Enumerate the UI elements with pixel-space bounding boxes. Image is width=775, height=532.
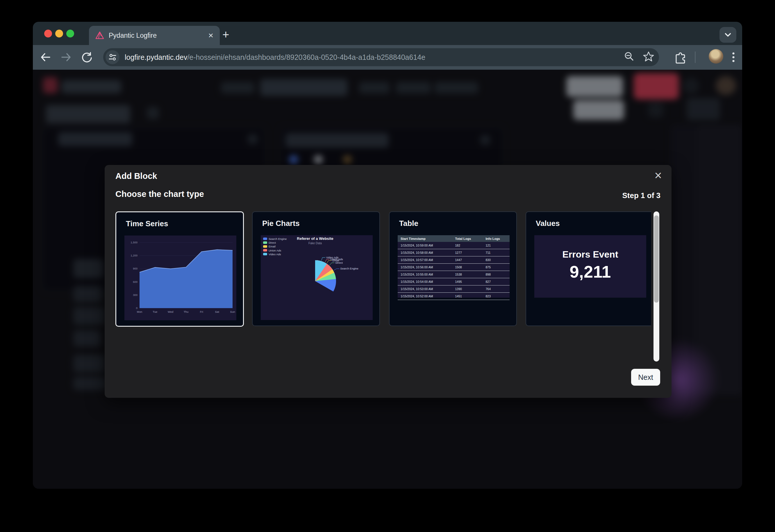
table-cell: 1277	[455, 251, 486, 254]
table-row: 1/15/2024, 10:58:00 AM1277711	[398, 249, 509, 256]
table-row: 1/15/2024, 10:54:00 AM1495827	[398, 278, 509, 285]
table-cell: 1390	[455, 287, 486, 291]
x-tick-label: Wed	[168, 310, 173, 313]
card-table[interactable]: Table Start TimestampTotal LogsInfo Logs…	[389, 211, 517, 326]
x-tick-label: Sun	[230, 310, 235, 313]
table-cell: 1/15/2024, 10:55:00 AM	[398, 273, 455, 276]
card-time-series-label: Time Series	[126, 219, 168, 228]
table-cell: 182	[455, 244, 486, 247]
table-header-cell: Start Timestamp	[398, 237, 455, 240]
window-chevron-down-button[interactable]	[720, 27, 736, 43]
table-cell: 1447	[455, 258, 486, 262]
area-chart: 03006009001,2001,500MonTueWedThuFriSatSu…	[124, 236, 236, 320]
legend-label: Direct	[269, 241, 276, 244]
step-indicator: Step 1 of 3	[623, 191, 661, 200]
traffic-light-close-button[interactable]	[44, 30, 52, 37]
table-cell: 823	[486, 294, 509, 298]
table-cell: 875	[486, 265, 509, 269]
pie-chart: Referer of a WebsiteFake DataSearch Engi…	[261, 235, 373, 320]
browser-tab[interactable]: Pydantic Logfire ×	[89, 26, 220, 45]
back-arrow-icon	[39, 51, 52, 64]
url-host: logfire.pydantic.dev	[125, 53, 187, 61]
table-cell: 1/15/2024, 10:54:00 AM	[398, 280, 455, 283]
table-cell: 1/15/2024, 10:57:00 AM	[398, 258, 455, 262]
table-row: 1/15/2024, 10:59:00 AM182121	[398, 242, 509, 249]
new-tab-button[interactable]: +	[223, 28, 229, 41]
table-row: 1/15/2024, 10:57:00 AM1447830	[398, 256, 509, 264]
pie-callout-line	[327, 260, 331, 263]
legend-label: Email	[269, 245, 276, 248]
table-row: 1/15/2024, 10:53:00 AM1390764	[398, 285, 509, 293]
pie-preview-chart: Referer of a WebsiteFake DataSearch Engi…	[261, 235, 373, 320]
table-cell: 1495	[455, 280, 486, 283]
table-cell: 764	[486, 287, 509, 291]
logfire-favicon-icon	[95, 30, 105, 40]
cards-scrollbar[interactable]	[654, 211, 659, 362]
table-header-cell: Total Logs	[455, 237, 486, 240]
scrollbar-thumb[interactable]	[654, 215, 659, 303]
next-button[interactable]: Next	[631, 369, 660, 386]
table-row: 1/15/2024, 10:52:00 AM1451823	[398, 293, 509, 300]
extensions-button[interactable]	[672, 49, 688, 65]
table-cell: 1451	[455, 294, 486, 298]
table-preview-chart: Start TimestampTotal LogsInfo Logs1/15/2…	[398, 235, 509, 298]
legend-swatch	[263, 241, 267, 244]
card-time-series[interactable]: Time Series 03006009001,2001,500MonTueWe…	[115, 211, 244, 327]
bookmark-star-button[interactable]	[642, 50, 655, 64]
traffic-light-zoom-button[interactable]	[66, 30, 74, 37]
card-table-label: Table	[399, 219, 418, 228]
back-button[interactable]	[37, 49, 54, 65]
puzzle-icon	[673, 51, 687, 64]
legend-label: Union Ads	[269, 249, 281, 252]
values-preview-chart: Errors Event 9,211	[534, 235, 646, 298]
reload-icon	[80, 51, 93, 64]
tab-title: Pydantic Logfire	[109, 32, 208, 39]
star-icon	[642, 50, 655, 63]
profile-avatar[interactable]	[709, 49, 723, 64]
table-cell: 711	[486, 251, 509, 254]
card-values[interactable]: Values Errors Event 9,211	[525, 211, 651, 326]
page-content: Add Block × Choose the chart type Step 1…	[33, 70, 742, 489]
modal-title: Add Block	[115, 171, 157, 181]
legend-label: Search Engine	[269, 237, 287, 240]
zoom-out-button[interactable]	[623, 51, 635, 64]
table-header-row: Start TimestampTotal LogsInfo Logs	[398, 235, 509, 242]
x-tick-label: Thu	[184, 310, 188, 313]
legend-swatch	[263, 253, 267, 256]
time-series-preview-chart: 03006009001,2001,500MonTueWedThuFriSatSu…	[124, 236, 236, 320]
site-settings-button[interactable]	[105, 50, 119, 64]
card-pie-charts[interactable]: Pie Charts Referer of a WebsiteFake Data…	[252, 211, 380, 326]
forward-button[interactable]	[58, 49, 74, 65]
url-path: /e-hosseini/ehsan/dashboards/8920360a-05…	[187, 53, 425, 61]
address-bar[interactable]: logfire.pydantic.dev/e-hosseini/ehsan/da…	[103, 48, 659, 66]
x-tick-label: Fri	[200, 310, 203, 313]
table-cell: 1/15/2024, 10:58:00 AM	[398, 251, 455, 254]
url-text[interactable]: logfire.pydantic.dev/e-hosseini/ehsan/da…	[125, 53, 425, 62]
toolbar-divider	[695, 51, 696, 63]
browser-titlebar: Pydantic Logfire × +	[33, 22, 742, 45]
add-block-modal: Add Block × Choose the chart type Step 1…	[105, 165, 672, 398]
table-cell: 898	[486, 273, 509, 276]
card-pie-charts-label: Pie Charts	[262, 219, 300, 228]
card-values-label: Values	[536, 219, 559, 228]
chart-type-grid: Time Series 03006009001,2001,500MonTueWe…	[105, 211, 651, 362]
three-dot-menu-icon	[731, 51, 735, 64]
x-tick-label: Sat	[215, 310, 220, 313]
browser-menu-button[interactable]	[725, 49, 742, 65]
metric-value: 9,211	[534, 262, 646, 281]
tune-icon	[107, 52, 117, 62]
x-tick-label: Mon	[137, 310, 142, 313]
table-header-cell: Info Logs	[486, 237, 509, 240]
table-cell: 1/15/2024, 10:56:00 AM	[398, 265, 455, 269]
pie-callout-label: Video Ads	[326, 256, 339, 259]
legend-swatch	[263, 249, 267, 252]
area-fill	[139, 250, 233, 308]
tab-close-icon[interactable]: ×	[208, 31, 214, 40]
traffic-light-minimize-button[interactable]	[55, 30, 63, 37]
mini-table: Start TimestampTotal LogsInfo Logs1/15/2…	[398, 235, 509, 300]
pie-callout-line	[325, 259, 329, 262]
y-tick-label: 1,200	[130, 254, 137, 257]
modal-close-button[interactable]: ×	[651, 169, 665, 183]
pie-callout-line	[330, 263, 335, 265]
reload-button[interactable]	[79, 49, 95, 65]
